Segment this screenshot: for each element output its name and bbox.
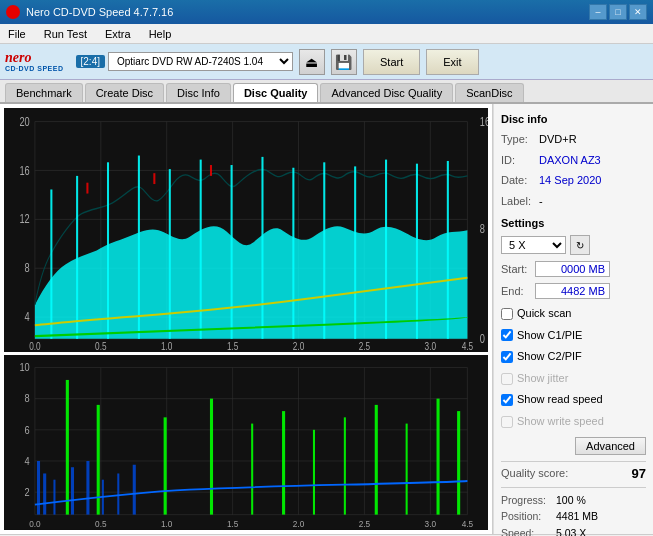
svg-rect-76 [37,461,40,515]
show-read-speed-row: Show read speed [501,391,646,409]
svg-rect-82 [117,474,119,515]
show-c1-pie-label: Show C1/PIE [517,327,582,345]
disc-date-row: Date: 14 Sep 2020 [501,172,646,189]
svg-rect-39 [292,168,294,339]
svg-text:3.0: 3.0 [425,519,436,530]
tab-disc-info[interactable]: Disc Info [166,83,231,102]
svg-rect-80 [86,461,89,515]
svg-text:0.0: 0.0 [29,519,40,530]
svg-text:1.0: 1.0 [161,340,172,352]
drive-badge: [2:4] [76,55,105,68]
svg-rect-34 [138,156,140,339]
position-label: Position: [501,508,556,525]
speed-label: Speed: [501,525,556,536]
exit-button[interactable]: Exit [426,49,478,75]
svg-text:4: 4 [25,455,30,467]
drive-dropdown[interactable]: Optiarc DVD RW AD-7240S 1.04 [108,52,293,71]
settings-section-title: Settings [501,217,646,229]
svg-rect-83 [133,465,136,515]
svg-text:1.0: 1.0 [161,519,172,530]
show-read-speed-label: Show read speed [517,391,603,409]
quality-score-value: 97 [632,466,646,481]
disc-date-label: Date: [501,172,539,189]
tab-benchmark[interactable]: Benchmark [5,83,83,102]
tab-disc-quality[interactable]: Disc Quality [233,83,319,102]
refresh-button[interactable]: ↻ [570,235,590,255]
quality-score-label: Quality score: [501,467,568,479]
disc-date-value: 14 Sep 2020 [539,172,601,189]
show-c2-pif-label: Show C2/PIF [517,348,582,366]
tab-advanced-disc-quality[interactable]: Advanced Disc Quality [320,83,453,102]
svg-text:6: 6 [25,424,30,436]
svg-text:16: 16 [19,163,29,177]
menu-run-test[interactable]: Run Test [40,27,91,41]
svg-text:1.5: 1.5 [227,519,238,530]
progress-value: 100 % [556,492,586,509]
drive-select-area: [2:4] Optiarc DVD RW AD-7240S 1.04 [76,52,293,71]
show-c1-pie-checkbox[interactable] [501,329,513,341]
start-row: Start: [501,261,646,277]
svg-rect-91 [344,418,346,515]
svg-text:0: 0 [480,332,485,346]
charts-area: 20 16 12 8 4 16 8 0 0.0 0.5 1.0 1.5 2.0 … [0,104,493,534]
start-button[interactable]: Start [363,49,420,75]
menu-file[interactable]: File [4,27,30,41]
position-row: Position: 4481 MB [501,508,646,525]
minimize-button[interactable]: – [589,4,607,20]
position-value: 4481 MB [556,508,598,525]
advanced-button[interactable]: Advanced [575,437,646,455]
svg-text:10: 10 [19,362,30,374]
disc-type-value: DVD+R [539,131,577,148]
speed-dropdown[interactable]: 5 X [501,236,566,254]
maximize-button[interactable]: □ [609,4,627,20]
svg-text:2.0: 2.0 [293,519,304,530]
svg-rect-86 [164,418,167,515]
svg-text:1.5: 1.5 [227,340,238,352]
svg-rect-38 [261,157,263,339]
svg-text:2.0: 2.0 [293,340,304,352]
quick-scan-checkbox[interactable] [501,308,513,320]
bottom-chart: 10 8 6 4 2 0.0 0.5 1.0 1.5 2.0 2.5 3.0 4… [4,355,488,530]
menu-bar: File Run Test Extra Help [0,24,653,44]
show-jitter-label: Show jitter [517,370,568,388]
svg-text:4.5: 4.5 [462,340,473,352]
svg-rect-44 [447,161,449,339]
tabs-bar: Benchmark Create Disc Disc Info Disc Qua… [0,80,653,104]
svg-rect-48 [4,355,488,530]
svg-rect-32 [76,176,78,339]
tab-create-disc[interactable]: Create Disc [85,83,164,102]
show-write-speed-row: Show write speed [501,413,646,431]
svg-text:2: 2 [25,487,30,499]
save-button[interactable]: 💾 [331,49,357,75]
quick-scan-label: Quick scan [517,305,571,323]
sidebar: Disc info Type: DVD+R ID: DAXON AZ3 Date… [493,104,653,534]
svg-rect-40 [323,162,325,339]
svg-rect-45 [86,183,88,194]
svg-rect-79 [71,468,74,515]
svg-text:4.5: 4.5 [462,519,473,530]
svg-text:16: 16 [480,114,488,128]
svg-text:0.5: 0.5 [95,340,106,352]
disc-type-label: Type: [501,131,539,148]
show-c2-pif-checkbox[interactable] [501,351,513,363]
start-label: Start: [501,263,531,275]
disc-label-row: Label: - [501,193,646,210]
disc-id-label: ID: [501,152,539,169]
app-title: Nero CD-DVD Speed 4.7.7.16 [26,6,173,18]
disc-info-section-title: Disc info [501,113,646,125]
menu-help[interactable]: Help [145,27,176,41]
eject-button[interactable]: ⏏ [299,49,325,75]
svg-rect-93 [406,424,408,515]
quality-score-row: Quality score: 97 [501,461,646,481]
svg-rect-88 [251,424,253,515]
start-input[interactable] [535,261,610,277]
end-input[interactable] [535,283,610,299]
svg-rect-46 [153,173,155,184]
show-read-speed-checkbox[interactable] [501,394,513,406]
tab-scan-disc[interactable]: ScanDisc [455,83,523,102]
close-button[interactable]: ✕ [629,4,647,20]
menu-extra[interactable]: Extra [101,27,135,41]
show-c1-pie-row: Show C1/PIE [501,327,646,345]
svg-rect-90 [313,430,315,515]
top-chart-svg: 20 16 12 8 4 16 8 0 0.0 0.5 1.0 1.5 2.0 … [4,108,488,352]
